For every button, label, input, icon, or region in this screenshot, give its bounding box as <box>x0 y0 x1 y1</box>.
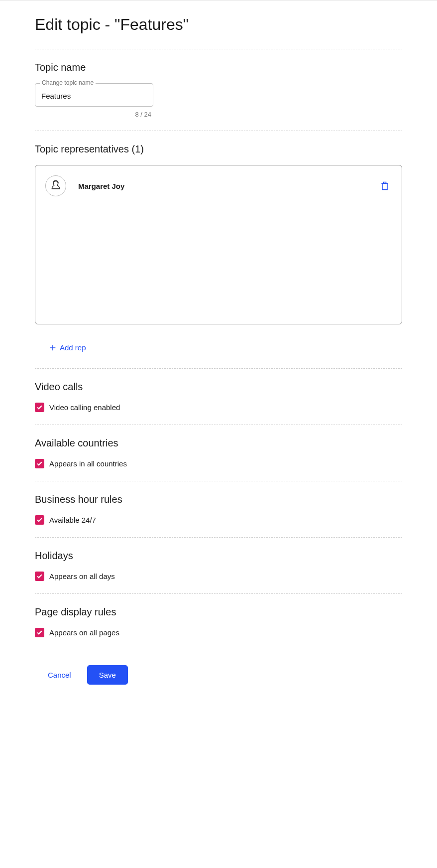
available-countries-checkbox-row: Appears in all countries <box>35 459 402 468</box>
video-calls-checkbox[interactable] <box>35 403 44 412</box>
char-counter: 8 / 24 <box>35 111 153 118</box>
available-countries-checkbox-label: Appears in all countries <box>49 459 127 468</box>
available-countries-section: Available countries Appears in all count… <box>35 425 402 481</box>
check-icon <box>36 404 43 411</box>
available-countries-title: Available countries <box>35 437 402 449</box>
topic-name-section: Topic name Change topic name 8 / 24 <box>35 49 402 131</box>
rep-name: Margaret Joy <box>78 182 124 190</box>
holidays-checkbox-label: Appears on all days <box>49 572 115 580</box>
page-display-checkbox-label: Appears on all pages <box>49 628 119 637</box>
add-rep-label: Add rep <box>60 343 86 352</box>
business-hours-checkbox-label: Available 24/7 <box>49 516 96 524</box>
page-display-title: Page display rules <box>35 606 402 618</box>
topic-name-input[interactable] <box>35 83 153 107</box>
video-calls-checkbox-label: Video calling enabled <box>49 403 120 412</box>
topic-name-field-label: Change topic name <box>40 79 96 86</box>
avatar <box>45 175 66 196</box>
holidays-checkbox-row: Appears on all days <box>35 572 402 581</box>
person-icon <box>49 179 63 193</box>
video-calls-section: Video calls Video calling enabled <box>35 369 402 425</box>
page-title: Edit topic - "Features" <box>35 15 402 34</box>
rep-row: Margaret Joy <box>45 175 392 196</box>
check-icon <box>36 517 43 523</box>
delete-rep-button[interactable] <box>378 178 392 193</box>
representatives-title: Topic representatives (1) <box>35 144 402 155</box>
holidays-section: Holidays Appears on all days <box>35 538 402 593</box>
plus-icon <box>49 344 57 352</box>
video-calls-checkbox-row: Video calling enabled <box>35 403 402 412</box>
rep-left: Margaret Joy <box>45 175 124 196</box>
check-icon <box>36 629 43 636</box>
page-display-checkbox[interactable] <box>35 628 44 637</box>
check-icon <box>36 573 43 579</box>
cancel-button[interactable]: Cancel <box>44 666 75 684</box>
footer-buttons: Cancel Save <box>35 650 402 685</box>
trash-icon <box>380 180 390 191</box>
add-rep-button[interactable]: Add rep <box>47 339 88 356</box>
representatives-section: Topic representatives (1) Margaret Joy <box>35 131 402 368</box>
page-display-section: Page display rules Appears on all pages <box>35 594 402 650</box>
business-hours-checkbox-row: Available 24/7 <box>35 515 402 525</box>
holidays-title: Holidays <box>35 550 402 562</box>
representatives-box: Margaret Joy <box>35 165 402 324</box>
video-calls-title: Video calls <box>35 381 402 393</box>
business-hours-checkbox[interactable] <box>35 515 44 525</box>
holidays-checkbox[interactable] <box>35 572 44 581</box>
business-hours-section: Business hour rules Available 24/7 <box>35 481 402 537</box>
save-button[interactable]: Save <box>87 665 128 685</box>
page-display-checkbox-row: Appears on all pages <box>35 628 402 637</box>
available-countries-checkbox[interactable] <box>35 459 44 468</box>
topic-name-title: Topic name <box>35 62 402 73</box>
check-icon <box>36 460 43 467</box>
business-hours-title: Business hour rules <box>35 494 402 505</box>
topic-name-field-wrapper: Change topic name <box>35 83 153 107</box>
